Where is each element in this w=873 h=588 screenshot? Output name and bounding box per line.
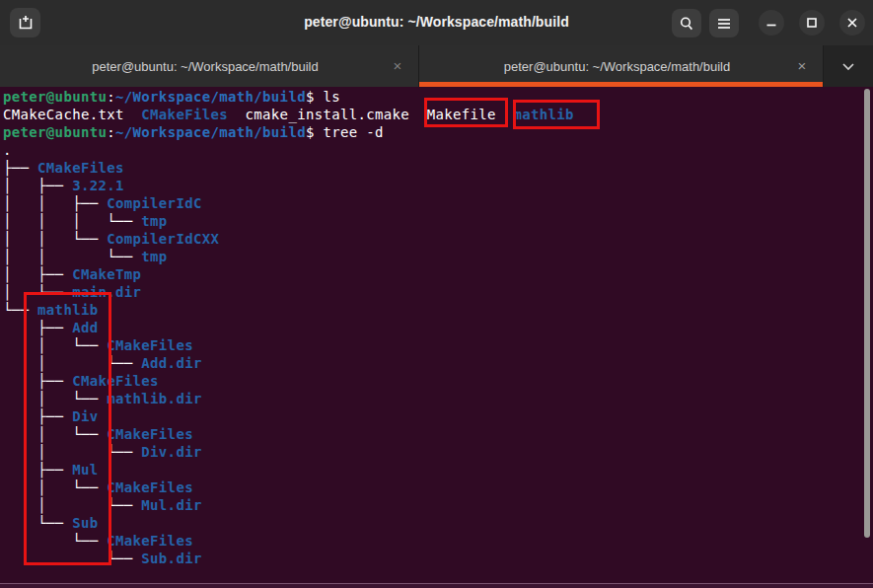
tab-terminal-1[interactable]: peter@ubuntu: ~/Workspace/math/build × — [0, 45, 419, 87]
window-titlebar: peter@ubuntu: ~/Workspace/math/build — [0, 0, 873, 46]
minimize-button[interactable] — [759, 10, 784, 36]
terminal-line: └── Sub — [3, 514, 574, 532]
terminal-line: │ │ └── CompilerIdCXX — [3, 230, 574, 248]
maximize-button[interactable] — [799, 10, 825, 36]
terminal-line: │ └── Add.dir — [3, 354, 574, 372]
terminal-line: │ └── mathlib.dir — [3, 390, 574, 407]
vertical-scrollbar-thumb[interactable] — [864, 89, 870, 538]
tabs-dropdown-button[interactable] — [824, 45, 873, 87]
terminal-line: │ ├── 3.22.1 — [3, 177, 574, 194]
terminal-line: │ │ │ └── tmp — [3, 212, 574, 230]
tab-label: peter@ubuntu: ~/Workspace/math/build — [0, 59, 385, 74]
menu-button[interactable] — [709, 9, 739, 37]
terminal-line: │ └── main.dir — [3, 283, 574, 301]
terminal-window: peter@ubuntu: ~/Workspace/math/build — [0, 0, 873, 588]
tab-bar: peter@ubuntu: ~/Workspace/math/build × p… — [0, 45, 873, 87]
tab-close-button[interactable]: × — [385, 53, 410, 79]
search-icon — [679, 16, 694, 32]
chevron-down-icon — [841, 57, 855, 75]
terminal-line: peter@ubuntu:~/Workspace/math/build$ tre… — [3, 123, 574, 141]
tab-close-button[interactable]: × — [789, 53, 815, 79]
window-title: peter@ubuntu: ~/Workspace/math/build — [0, 14, 873, 30]
maximize-icon — [806, 17, 818, 29]
terminal-line: │ └── Div.dir — [3, 443, 574, 461]
terminal-line: peter@ubuntu:~/Workspace/math/build$ ls — [3, 88, 574, 106]
tab-terminal-2-active[interactable]: peter@ubuntu: ~/Workspace/math/build × — [419, 45, 824, 87]
terminal-line: │ └── CMakeFiles — [3, 336, 574, 354]
terminal-line: ├── Mul — [3, 461, 574, 478]
terminal-line: │ │ └── tmp — [3, 248, 574, 265]
terminal-line: │ └── Mul.dir — [3, 496, 574, 514]
terminal-line: │ └── CMakeFiles — [3, 478, 574, 496]
terminal-line: │ └── CMakeFiles — [3, 425, 574, 443]
terminal-viewport[interactable]: peter@ubuntu:~/Workspace/math/build$ lsC… — [0, 87, 873, 588]
terminal-line: │ │ ├── CompilerIdC — [3, 194, 574, 212]
terminal-content: peter@ubuntu:~/Workspace/math/build$ lsC… — [0, 88, 574, 567]
terminal-line: CMakeCache.txt CMakeFiles cmake_install.… — [3, 106, 574, 123]
terminal-line: │ ├── CMakeTmp — [3, 265, 574, 283]
window-bottom-edge — [0, 583, 873, 588]
hamburger-menu-icon — [717, 18, 731, 30]
terminal-line: └── Sub.dir — [3, 550, 574, 567]
terminal-line: ├── CMakeFiles — [3, 372, 574, 390]
close-button[interactable] — [839, 10, 865, 36]
terminal-line: ├── Div — [3, 407, 574, 425]
terminal-line: └── CMakeFiles — [3, 532, 574, 550]
terminal-line: ├── CMakeFiles — [3, 159, 574, 177]
terminal-line: ├── Add — [3, 319, 574, 336]
close-icon — [846, 17, 858, 29]
minimize-icon — [765, 17, 777, 29]
terminal-line: . — [3, 141, 574, 159]
terminal-line: └── mathlib — [3, 301, 574, 319]
search-button[interactable] — [672, 9, 701, 37]
tab-label: peter@ubuntu: ~/Workspace/math/build — [419, 59, 789, 74]
